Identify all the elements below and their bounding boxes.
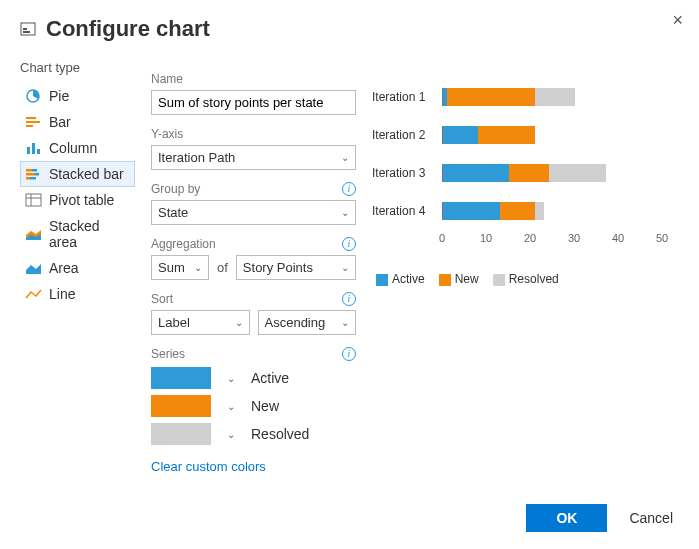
chevron-down-icon[interactable]: ⌄ <box>227 373 235 384</box>
bar-segment <box>447 88 535 106</box>
series-color-swatch[interactable] <box>151 395 211 417</box>
bar-segment <box>443 202 500 220</box>
axis-tick: 50 <box>656 232 668 244</box>
chevron-down-icon: ⌄ <box>194 262 202 273</box>
chart-type-icon <box>25 287 43 301</box>
chart-type-pie[interactable]: Pie <box>20 83 135 109</box>
sort-dir-select[interactable]: Ascending ⌄ <box>258 310 357 335</box>
info-icon[interactable]: i <box>342 182 356 196</box>
chart-type-icon <box>25 193 43 207</box>
chart-type-label: Stacked bar <box>49 166 124 182</box>
chevron-down-icon: ⌄ <box>341 207 349 218</box>
chart-type-label: Bar <box>49 114 71 130</box>
chart-type-label: Stacked area <box>49 218 130 250</box>
bar-category-label: Iteration 4 <box>372 204 442 218</box>
chart-type-column[interactable]: Column <box>20 135 135 161</box>
legend-swatch <box>493 274 505 286</box>
svg-rect-10 <box>26 169 32 172</box>
bar-segment <box>549 164 606 182</box>
agg-func-select[interactable]: Sum ⌄ <box>151 255 209 280</box>
bar-segment <box>478 126 535 144</box>
ok-button[interactable]: OK <box>526 504 607 532</box>
svg-rect-4 <box>26 117 36 119</box>
name-label: Name <box>151 72 183 86</box>
name-input[interactable] <box>151 90 356 115</box>
bar-segment <box>443 126 478 144</box>
chart-type-icon <box>25 227 43 241</box>
chevron-down-icon[interactable]: ⌄ <box>227 401 235 412</box>
close-icon[interactable]: × <box>672 10 683 31</box>
agg-func-value: Sum <box>158 260 185 275</box>
svg-rect-8 <box>32 143 35 154</box>
legend-swatch <box>376 274 388 286</box>
chart-type-bar[interactable]: Bar <box>20 109 135 135</box>
chevron-down-icon: ⌄ <box>341 317 349 328</box>
agg-label: Aggregation <box>151 237 216 251</box>
chevron-down-icon[interactable]: ⌄ <box>227 429 235 440</box>
chart-type-area[interactable]: Area <box>20 255 135 281</box>
agg-field-select[interactable]: Story Points ⌄ <box>236 255 356 280</box>
chart-type-line[interactable]: Line <box>20 281 135 307</box>
info-icon[interactable]: i <box>342 237 356 251</box>
bar-category-label: Iteration 2 <box>372 128 442 142</box>
yaxis-select[interactable]: Iteration Path ⌄ <box>151 145 356 170</box>
chart-type-heading: Chart type <box>20 60 135 75</box>
chart-preview: Iteration 1Iteration 2Iteration 3Iterati… <box>372 60 679 286</box>
svg-rect-12 <box>26 173 35 176</box>
agg-field-value: Story Points <box>243 260 313 275</box>
svg-rect-2 <box>23 31 30 33</box>
chart-type-stacked-area[interactable]: Stacked area <box>20 213 135 255</box>
svg-rect-16 <box>26 194 41 206</box>
clear-colors-link[interactable]: Clear custom colors <box>151 459 266 474</box>
chart-type-icon <box>25 167 43 181</box>
yaxis-value: Iteration Path <box>158 150 235 165</box>
bar-category-label: Iteration 1 <box>372 90 442 104</box>
svg-rect-5 <box>26 121 40 123</box>
chart-type-pivot-table[interactable]: Pivot table <box>20 187 135 213</box>
chart-type-label: Column <box>49 140 97 156</box>
chart-bar-row: Iteration 4 <box>372 202 679 220</box>
svg-rect-6 <box>26 125 33 127</box>
bar-segment <box>535 88 575 106</box>
bar-segment <box>535 202 544 220</box>
chart-bar-row: Iteration 2 <box>372 126 679 144</box>
legend-item: Resolved <box>493 272 559 286</box>
chevron-down-icon: ⌄ <box>235 317 243 328</box>
group-select[interactable]: State ⌄ <box>151 200 356 225</box>
chevron-down-icon: ⌄ <box>341 262 349 273</box>
legend-swatch <box>439 274 451 286</box>
legend-item: Active <box>376 272 425 286</box>
sort-field-select[interactable]: Label ⌄ <box>151 310 250 335</box>
group-value: State <box>158 205 188 220</box>
svg-rect-13 <box>35 173 39 176</box>
chevron-down-icon: ⌄ <box>341 152 349 163</box>
series-row: ⌄Resolved <box>151 423 356 445</box>
svg-rect-9 <box>37 149 40 154</box>
info-icon[interactable]: i <box>342 292 356 306</box>
svg-rect-11 <box>32 169 37 172</box>
axis-tick: 40 <box>612 232 624 244</box>
chart-type-icon <box>25 141 43 155</box>
svg-rect-14 <box>26 177 30 180</box>
info-icon[interactable]: i <box>342 347 356 361</box>
agg-of-label: of <box>217 260 228 275</box>
cancel-button[interactable]: Cancel <box>623 509 679 527</box>
svg-rect-1 <box>23 28 27 30</box>
bar-segment <box>443 164 509 182</box>
series-name: New <box>251 398 279 414</box>
chart-type-icon <box>25 89 43 103</box>
series-name: Active <box>251 370 289 386</box>
axis-tick: 0 <box>439 232 445 244</box>
chart-type-icon <box>25 261 43 275</box>
chart-bar-row: Iteration 1 <box>372 88 679 106</box>
bar-category-label: Iteration 3 <box>372 166 442 180</box>
axis-tick: 10 <box>480 232 492 244</box>
series-color-swatch[interactable] <box>151 367 211 389</box>
chart-type-stacked-bar[interactable]: Stacked bar <box>20 161 135 187</box>
series-color-swatch[interactable] <box>151 423 211 445</box>
svg-rect-15 <box>30 177 36 180</box>
sort-label: Sort <box>151 292 173 306</box>
legend-item: New <box>439 272 479 286</box>
group-label: Group by <box>151 182 200 196</box>
bar-segment <box>509 164 549 182</box>
